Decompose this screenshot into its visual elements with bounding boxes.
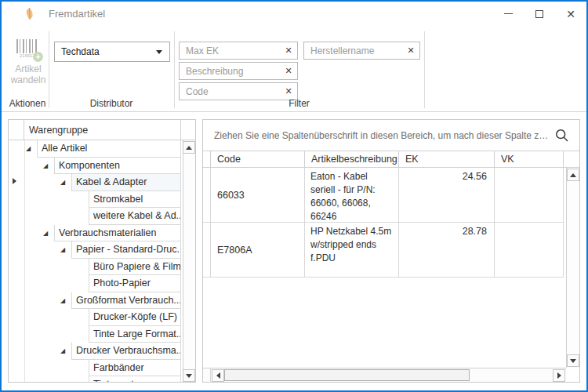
tree-node-label: Photo-Papier	[89, 275, 181, 292]
tree-node-label: Komponenten	[54, 158, 181, 175]
arrow-right-icon	[557, 372, 561, 379]
artikel-wandeln-button[interactable]: 216912 + Artikel wandeln	[8, 38, 49, 95]
app-icon	[24, 7, 35, 20]
tree-node[interactable]: ◢ Komponenten	[9, 158, 183, 175]
scroll-down-button[interactable]	[567, 354, 579, 367]
column-header-ek[interactable]: EK	[399, 151, 495, 167]
distributor-combobox[interactable]: Techdata	[54, 42, 170, 62]
horizontal-scroll-thumb[interactable]	[224, 369, 470, 381]
tree-node[interactable]: ◢ Büro Papiere & Filme	[9, 259, 183, 276]
expand-collapse-icon[interactable]: ◢	[43, 163, 48, 169]
window-title: Fremdartikel	[49, 8, 105, 20]
arrow-down-icon	[186, 374, 192, 378]
group-by-hint: Ziehen Sie eine Spaltenüberschrift in di…	[214, 130, 550, 141]
filter-input-box: ✕	[303, 42, 420, 60]
chevron-down-icon	[156, 50, 162, 54]
tree-node[interactable]: ◢ Kabel & Adapter	[9, 174, 183, 191]
minimize-icon	[504, 13, 513, 14]
tree-node-label: Großformat Verbrauch...	[71, 292, 181, 310]
tree-indicator-header	[9, 120, 24, 140]
arrow-up-icon	[186, 146, 192, 150]
tree-body: ◢ Alle Artikel ◢ Komponenten ◢ Kabel & A…	[9, 140, 183, 382]
search-icon[interactable]	[555, 129, 569, 143]
minimize-button[interactable]	[492, 2, 524, 26]
column-header-code[interactable]: Code	[211, 151, 305, 167]
tree-node-label: Tintenpatronen	[89, 376, 181, 382]
scroll-left-button[interactable]	[212, 369, 224, 382]
cell-ek: 24.56	[399, 168, 495, 223]
group-label-distributor: Distributor	[49, 98, 174, 109]
grid-horizontal-scrollbar[interactable]	[203, 368, 566, 382]
tree-vertical-scrollbar[interactable]	[183, 140, 195, 382]
expand-collapse-icon[interactable]: ◢	[60, 348, 65, 354]
tree-node-label: Büro Papiere & Filme	[89, 259, 181, 276]
tree-node[interactable]: ◢ Stromkabel	[9, 191, 183, 209]
distributor-combobox-value: Techdata	[55, 46, 156, 57]
tree-node[interactable]: ◢ Großformat Verbrauch...	[9, 292, 183, 310]
scroll-up-button[interactable]	[567, 169, 579, 181]
cell-code: E7806A	[211, 223, 305, 278]
tree-node-label: Alle Artikel	[37, 140, 181, 158]
group-by-panel[interactable]: Ziehen Sie eine Spaltenüberschrift in di…	[203, 120, 579, 151]
tree-node-label: Drucker Verbrauchsma...	[71, 343, 181, 360]
cell-vk	[495, 223, 564, 278]
group-separator	[49, 31, 49, 108]
filter-input-box: ✕	[179, 42, 298, 60]
tree-node-label: Papier - Standard-Druc...	[71, 241, 181, 259]
artikel-wandeln-label: Artikel wandeln	[8, 64, 49, 85]
row-indicator-cell	[203, 168, 211, 223]
tree-header-row: Warengruppe	[9, 120, 195, 140]
row-indicator-cell	[203, 223, 211, 278]
arrow-left-icon	[216, 372, 220, 379]
expand-collapse-icon[interactable]: ◢	[60, 247, 65, 253]
tree-node[interactable]: ◢ Farbbänder	[9, 360, 183, 377]
cell-artikelbeschreibung: Eaton - Kabel seriell - für P/N: 66060, …	[305, 168, 399, 223]
tree-node[interactable]: ◢ weitere Kabel & Ad...	[9, 208, 183, 225]
clear-filter-icon[interactable]: ✕	[402, 42, 419, 59]
column-header-artikelbeschreibung[interactable]: Artikelbeschreibung	[305, 151, 399, 167]
filter-input-box: ✕	[179, 62, 298, 80]
close-icon: ✕	[566, 9, 575, 20]
barcode-plus-icon: 216912 +	[16, 38, 41, 60]
cell-code: 66033	[211, 168, 305, 223]
tree-node[interactable]: ◢ Verbrauchsmaterialien	[9, 225, 183, 242]
tree-node[interactable]: ◢ Tinte Large Format...	[9, 326, 183, 343]
tree-node[interactable]: ◢ Photo-Papier	[9, 275, 183, 292]
tree-node-label: Drucker-Köpfe (LF)	[89, 309, 181, 326]
expand-collapse-icon[interactable]: ◢	[60, 180, 65, 186]
group-label-aktionen: Aktionen	[6, 98, 49, 109]
column-header-vk[interactable]: VK	[495, 151, 564, 167]
grid-vertical-scrollbar[interactable]	[566, 168, 579, 368]
tree-column-header[interactable]: Warengruppe	[24, 120, 181, 140]
expand-collapse-icon[interactable]: ◢	[43, 230, 48, 237]
tree-node[interactable]: ◢ Drucker-Köpfe (LF)	[9, 309, 183, 326]
tree-node[interactable]: ◢ Drucker Verbrauchsma...	[9, 343, 183, 360]
maximize-button[interactable]	[524, 2, 555, 26]
tree-node[interactable]: ◢ Alle Artikel	[9, 140, 183, 158]
table-row[interactable]: E7806A HP Netzkabel 4.5m w/stripped ends…	[203, 223, 566, 278]
table-row[interactable]: 66033 Eaton - Kabel seriell - für P/N: 6…	[203, 168, 566, 223]
tree-node-label: Stromkabel	[89, 191, 181, 209]
tree-node[interactable]: ◢ Tintenpatronen	[9, 376, 183, 382]
tree-node[interactable]: ◢ Papier - Standard-Druc...	[9, 241, 183, 259]
expand-collapse-icon[interactable]: ◢	[60, 298, 65, 304]
scroll-right-button[interactable]	[553, 369, 565, 382]
grid-rows: 66033 Eaton - Kabel seriell - für P/N: 6…	[203, 168, 566, 278]
scroll-up-button[interactable]	[183, 141, 195, 154]
clear-filter-icon[interactable]: ✕	[280, 42, 297, 59]
app-window: Fremdartikel ✕ 216912 + Artikel wandeln …	[0, 0, 588, 392]
group-label-filter: Filter	[174, 98, 424, 109]
warengruppe-tree: Warengruppe ◢ Alle Artikel ◢ Komponenten…	[8, 119, 196, 383]
maximize-icon	[535, 10, 543, 18]
titlebar: Fremdartikel ✕	[2, 2, 586, 26]
group-separator	[174, 31, 175, 108]
arrow-down-icon	[570, 359, 576, 363]
close-button[interactable]: ✕	[555, 2, 586, 26]
clear-filter-icon[interactable]: ✕	[280, 83, 297, 100]
tree-node-label: Farbbänder	[89, 360, 181, 377]
clear-filter-icon[interactable]: ✕	[280, 63, 297, 79]
cell-artikelbeschreibung: HP Netzkabel 4.5m w/stripped ends f.PDU	[305, 223, 399, 278]
scroll-down-button[interactable]	[183, 369, 195, 382]
expand-collapse-icon[interactable]: ◢	[26, 146, 31, 152]
focused-row-indicator-icon	[13, 178, 16, 184]
